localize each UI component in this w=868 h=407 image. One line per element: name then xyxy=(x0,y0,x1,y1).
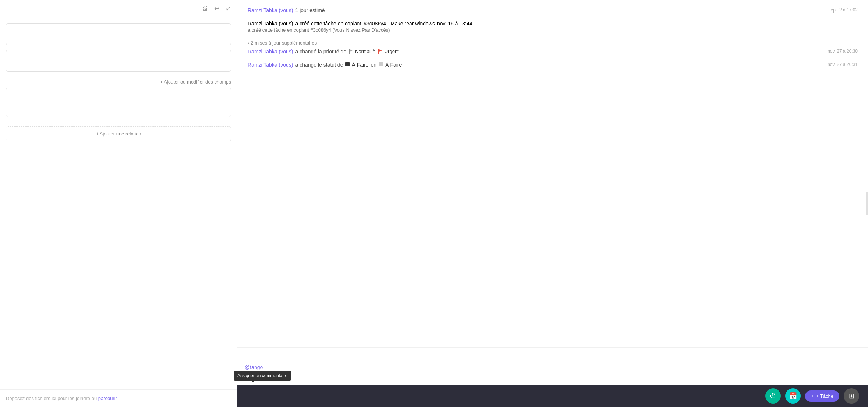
priority-to: Urgent xyxy=(378,49,399,54)
priority-from: Normal xyxy=(348,49,371,54)
bottom-bar: ⏱ 📅 + + Tâche ⊞ xyxy=(237,385,868,407)
browse-link[interactable]: parcourir xyxy=(98,396,117,401)
from-status-label: À Faire xyxy=(352,62,368,68)
expand-icon[interactable]: ⤢ xyxy=(226,4,231,13)
actor-name-2[interactable]: Ramzi Tabka (vous) xyxy=(248,21,293,26)
to-word-4: à xyxy=(373,49,376,54)
action-text: 1 jour estimé xyxy=(295,7,325,13)
calendar-button[interactable]: 📅 xyxy=(785,388,801,404)
expand-label: 2 mises à jour supplémentaires xyxy=(251,40,317,46)
activity-sub-text: a créé cette tâche en copiant #3c086y4 (… xyxy=(248,27,858,33)
timestamp: sept. 2 à 17:02 xyxy=(829,7,858,13)
add-fields-container: + Ajouter ou modifier des champs xyxy=(6,76,231,88)
timestamp-2: nov. 16 à 13:44 xyxy=(437,21,472,26)
timestamp-5: nov. 27 à 20:31 xyxy=(828,62,858,67)
activity-item: Ramzi Tabka (vous) 1 jour estimé sept. 2… xyxy=(248,7,858,13)
separator-1 xyxy=(6,123,231,123)
actor-name-4[interactable]: Ramzi Tabka (vous) xyxy=(248,49,293,54)
left-panel: 🖨 ↩ ⤢ + Ajouter ou modifier des champs +… xyxy=(0,0,237,407)
add-fields-link[interactable]: + Ajouter ou modifier des champs xyxy=(160,79,231,85)
add-relation-button[interactable]: + Ajouter une relation xyxy=(6,126,231,141)
activity-item-2: Ramzi Tabka (vous) a créé cette tâche en… xyxy=(248,21,858,33)
plus-icon: + xyxy=(811,393,814,399)
status-square-dark-icon xyxy=(345,62,350,66)
field-area-2 xyxy=(6,50,231,72)
action-prefix-4: a changé la priorité de xyxy=(295,49,346,54)
left-content: + Ajouter ou modifier des champs + Ajout… xyxy=(0,17,237,389)
status-square-light-icon xyxy=(379,62,383,66)
grid-button[interactable]: ⊞ xyxy=(844,388,859,404)
right-panel: Ramzi Tabka (vous) 1 jour estimé sept. 2… xyxy=(237,0,868,407)
svg-marker-3 xyxy=(379,49,382,52)
activity-area: Ramzi Tabka (vous) 1 jour estimé sept. 2… xyxy=(237,0,868,347)
action-prefix-5: a changé le statut de xyxy=(295,62,343,68)
history-icon[interactable]: ↩ xyxy=(214,4,220,13)
expand-updates[interactable]: › 2 mises à jour supplémentaires xyxy=(248,40,858,46)
nav-arrow-right[interactable]: › xyxy=(866,192,868,215)
svg-marker-1 xyxy=(350,49,353,52)
to-word-5: en xyxy=(371,62,377,68)
actor-name[interactable]: Ramzi Tabka (vous) xyxy=(248,7,293,13)
action-prefix-2: a créé cette tâche en copiant xyxy=(295,21,361,26)
activity-item-4: Ramzi Tabka (vous) a changé la priorité … xyxy=(248,49,858,54)
actor-name-5[interactable]: Ramzi Tabka (vous) xyxy=(248,62,293,68)
task-link[interactable]: #3c086y4 - Make rear windows xyxy=(364,21,435,26)
svg-rect-2 xyxy=(378,49,379,54)
activity-item-5: Ramzi Tabka (vous) a changé le statut de… xyxy=(248,62,858,68)
comment-divider xyxy=(237,347,868,348)
text-area-field[interactable] xyxy=(6,88,231,117)
timestamp-4: nov. 27 à 20:30 xyxy=(828,49,858,54)
priority-from-label: Normal xyxy=(355,49,371,54)
add-task-label: + Tâche xyxy=(816,393,833,399)
to-status-label: À Faire xyxy=(385,62,402,68)
print-icon[interactable]: 🖨 xyxy=(202,4,208,13)
activity-row: Ramzi Tabka (vous) a créé cette tâche en… xyxy=(248,21,858,26)
add-task-button[interactable]: + + Tâche xyxy=(805,390,839,402)
assign-tooltip: Assigner un commentaire xyxy=(234,371,291,381)
priority-to-label: Urgent xyxy=(385,49,399,54)
comment-input[interactable]: @tango xyxy=(245,361,861,383)
timer-button[interactable]: ⏱ xyxy=(765,388,781,404)
toolbar: 🖨 ↩ ⤢ xyxy=(0,0,237,17)
svg-rect-0 xyxy=(349,49,350,54)
left-footer: Déposez des fichiers ici pour les joindr… xyxy=(0,389,237,407)
chevron-icon: › xyxy=(248,40,249,46)
field-area-1 xyxy=(6,23,231,45)
mention-tag: @tango xyxy=(245,364,263,370)
drop-files-text: Déposez des fichiers ici pour les joindr… xyxy=(6,396,98,401)
flag-normal-icon xyxy=(348,49,354,54)
flag-urgent-icon xyxy=(378,49,383,54)
